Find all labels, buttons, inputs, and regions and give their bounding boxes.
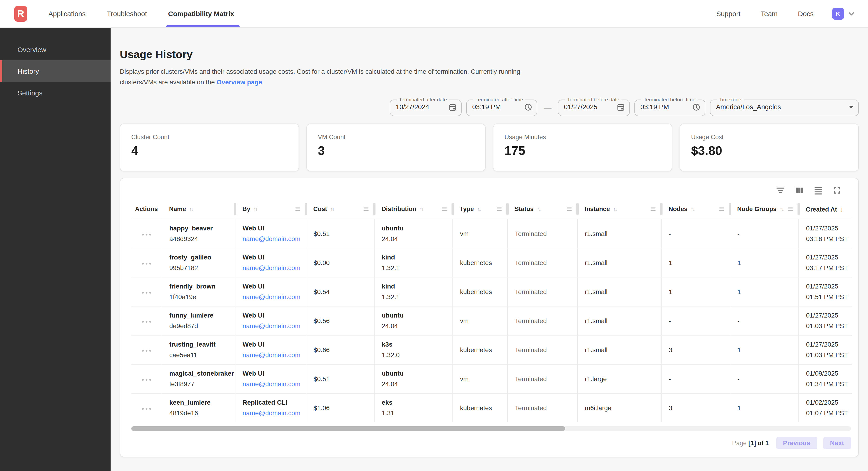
tab-applications[interactable]: Applications <box>46 0 88 27</box>
docs-link[interactable]: Docs <box>798 10 814 18</box>
row-actions-button[interactable] <box>140 348 153 353</box>
column-header-nodes[interactable]: Nodes↑↓ <box>661 200 730 219</box>
usage-history-table: Actions Name↑↓ By↑↓ Cost↑↓ Distribution↑… <box>131 200 852 422</box>
density-icon[interactable] <box>814 186 823 195</box>
filter-icon[interactable] <box>776 186 785 195</box>
by-cell: Web UI name@domain.com <box>235 306 306 335</box>
email-link[interactable]: name@domain.com <box>243 264 306 271</box>
navbar-right: Support Team Docs K <box>696 8 868 20</box>
sort-icon[interactable]: ↑↓ <box>254 207 257 212</box>
column-header-node-groups[interactable]: Node Groups↑↓ <box>730 200 799 219</box>
cost-cell: $0.56 <box>306 306 374 335</box>
sort-icon[interactable]: ↑↓ <box>189 207 193 212</box>
field-value: 03:19 PM <box>641 103 669 111</box>
sort-icon[interactable]: ↑↓ <box>477 207 480 212</box>
email-link[interactable]: name@domain.com <box>243 322 306 329</box>
terminated-after-date-field[interactable]: Terminated after date 10/27/2024 <box>390 97 462 116</box>
status-cell: Terminated <box>507 335 577 364</box>
column-header-created-at[interactable]: Created At↓ <box>799 200 852 219</box>
email-link[interactable]: name@domain.com <box>243 380 306 388</box>
row-actions-button[interactable] <box>140 232 153 237</box>
column-drag-handle[interactable] <box>788 207 793 211</box>
tab-compatibility-matrix[interactable]: Compatibility Matrix <box>166 0 236 27</box>
row-actions-button[interactable] <box>140 377 153 383</box>
filter-bar: Terminated after date 10/27/2024 Termina… <box>120 97 859 116</box>
type-cell: kubernetes <box>453 335 507 364</box>
stat-card-vm-count: VM Count 3 <box>306 123 486 171</box>
next-page-button[interactable]: Next <box>823 437 851 449</box>
fullscreen-icon[interactable] <box>833 186 842 195</box>
sidebar-item-overview[interactable]: Overview <box>0 39 111 60</box>
column-drag-handle[interactable] <box>497 207 502 211</box>
table-wrapper: Actions Name↑↓ By↑↓ Cost↑↓ Distribution↑… <box>120 200 858 422</box>
table-row: keen_lumiere 4819de16 Replicated CLI nam… <box>131 393 852 422</box>
terminated-before-time-field[interactable]: Terminated before time 03:19 PM <box>634 97 705 116</box>
field-value: 01/27/2025 <box>564 103 597 111</box>
previous-page-button[interactable]: Previous <box>776 437 817 449</box>
field-value: 10/27/2024 <box>396 103 429 111</box>
terminated-after-time-field[interactable]: Terminated after time 03:19 PM <box>466 97 537 116</box>
description-line-1: Displays prior clusters/VMs and their as… <box>120 66 859 77</box>
overview-page-link[interactable]: Overview page <box>217 78 262 86</box>
node-groups-cell: 1 <box>730 248 799 277</box>
column-drag-handle[interactable] <box>295 207 300 211</box>
sort-icon[interactable]: ↑↓ <box>330 207 334 212</box>
sidebar-item-settings[interactable]: Settings <box>0 82 111 104</box>
team-link[interactable]: Team <box>761 10 777 18</box>
column-header-by[interactable]: By↑↓ <box>235 200 306 219</box>
column-drag-handle[interactable] <box>567 207 572 211</box>
distribution-cell: ubuntu 24.04 <box>374 219 453 248</box>
sort-icon[interactable]: ↑↓ <box>420 207 423 212</box>
avatar[interactable]: K <box>832 8 844 20</box>
brand-logo[interactable]: R <box>14 6 27 22</box>
chevron-down-icon[interactable] <box>847 9 856 18</box>
row-actions-button[interactable] <box>140 290 153 295</box>
sort-desc-icon[interactable]: ↓ <box>840 206 844 213</box>
email-link[interactable]: name@domain.com <box>243 293 306 300</box>
column-header-distribution[interactable]: Distribution↑↓ <box>374 200 453 219</box>
created-at-cell: 01/02/2025 01:07 PM PST <box>799 393 852 422</box>
calendar-icon[interactable] <box>617 103 625 111</box>
nodes-cell: - <box>661 364 730 393</box>
node-groups-cell: - <box>730 306 799 335</box>
distribution-cell: kind 1.32.1 <box>374 277 453 306</box>
row-actions-button[interactable] <box>140 319 153 324</box>
column-header-instance[interactable]: Instance↑↓ <box>577 200 661 219</box>
sort-icon[interactable]: ↑↓ <box>613 207 617 212</box>
select-arrow-icon[interactable] <box>849 105 854 109</box>
row-actions-button[interactable] <box>140 261 153 266</box>
columns-icon[interactable] <box>795 186 804 195</box>
email-link[interactable]: name@domain.com <box>243 410 306 417</box>
sort-icon[interactable]: ↑↓ <box>780 207 783 212</box>
clock-icon[interactable] <box>524 103 532 111</box>
scrollbar-thumb[interactable] <box>131 426 565 431</box>
stat-card-cluster-count: Cluster Count 4 <box>120 123 299 171</box>
column-drag-handle[interactable] <box>364 207 369 211</box>
column-drag-handle[interactable] <box>651 207 656 211</box>
sidebar-item-history[interactable]: History <box>0 60 111 82</box>
column-header-type[interactable]: Type↑↓ <box>453 200 507 219</box>
column-header-status[interactable]: Status↑↓ <box>507 200 577 219</box>
nodes-cell: 3 <box>661 335 730 364</box>
row-actions-button[interactable] <box>140 406 153 412</box>
sort-icon[interactable]: ↑↓ <box>691 207 694 212</box>
column-header-name[interactable]: Name↑↓ <box>162 200 235 219</box>
sort-icon[interactable]: ↑↓ <box>537 207 540 212</box>
terminated-before-date-field[interactable]: Terminated before date 01/27/2025 <box>558 97 630 116</box>
email-link[interactable]: name@domain.com <box>243 351 306 358</box>
field-label: Timezone <box>717 97 744 102</box>
clock-icon[interactable] <box>692 103 700 111</box>
column-drag-handle[interactable] <box>719 207 724 211</box>
tab-troubleshoot[interactable]: Troubleshoot <box>105 0 149 27</box>
table-header-row: Actions Name↑↓ By↑↓ Cost↑↓ Distribution↑… <box>131 200 852 219</box>
type-cell: vm <box>453 306 507 335</box>
email-link[interactable]: name@domain.com <box>243 235 306 242</box>
nodes-cell: 3 <box>661 393 730 422</box>
by-cell: Web UI name@domain.com <box>235 277 306 306</box>
column-drag-handle[interactable] <box>442 207 447 211</box>
table-row: funny_lumiere de9ed87d Web UI name@domai… <box>131 306 852 335</box>
support-link[interactable]: Support <box>716 10 740 18</box>
calendar-icon[interactable] <box>449 103 457 111</box>
column-header-cost[interactable]: Cost↑↓ <box>306 200 374 219</box>
timezone-select[interactable]: Timezone America/Los_Angeles <box>710 97 859 116</box>
